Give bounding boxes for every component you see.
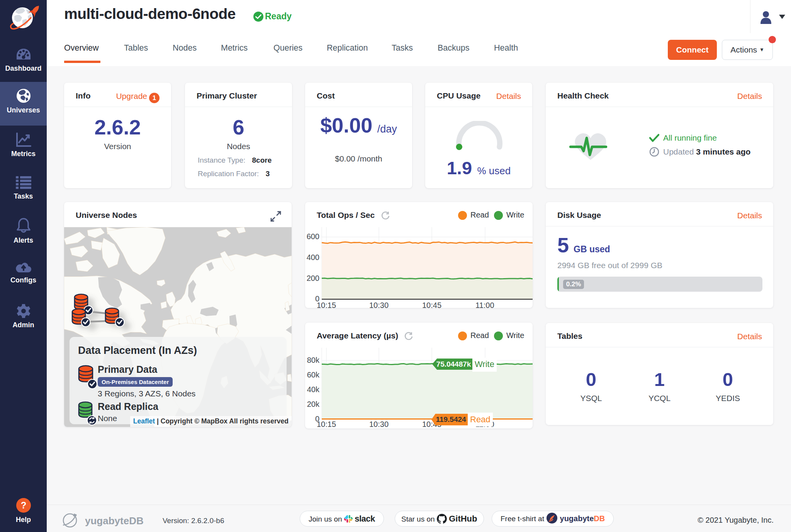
svg-text:?: ? xyxy=(20,500,26,510)
